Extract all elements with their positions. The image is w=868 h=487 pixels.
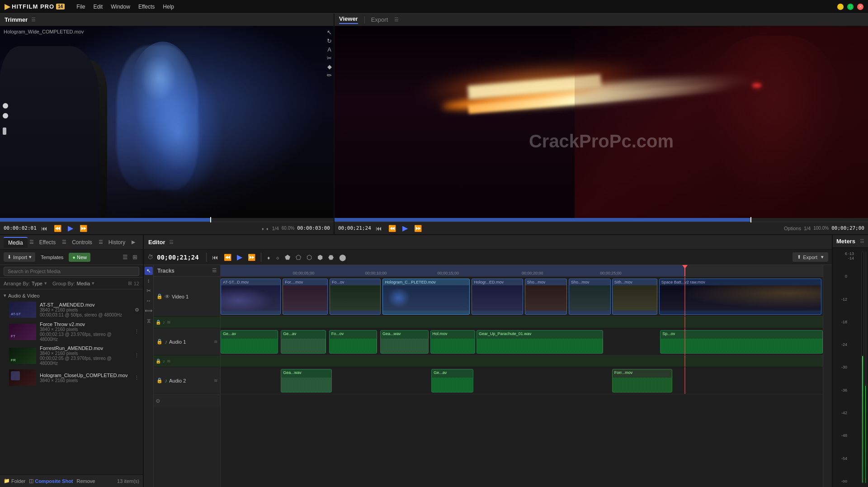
arrange-value[interactable]: Type [32,281,42,286]
ed-tool-3[interactable]: ⬟ [283,253,292,262]
audio2-clip-1[interactable]: Gea...wav [281,369,332,392]
section-chevron[interactable]: ▾ [4,293,6,298]
tl-razor-tool[interactable]: ✂ [145,287,153,295]
meters-menu-btn[interactable]: ☰ [860,238,864,244]
history-nav-btn[interactable]: ▶ [132,239,135,245]
tab-effects[interactable]: Effects [35,237,60,247]
main-quality[interactable]: 1/4 [804,226,811,231]
ed-tool-2[interactable]: ⬦ [274,253,281,262]
video-track-lock[interactable]: 🔒 [156,293,163,299]
timeline-tracks[interactable]: AT-ST...D.mov For....mov Fo...ov [221,277,823,487]
media-item-2[interactable]: FT Force Throw v2.mov 3840 × 2160 pixels… [0,320,143,344]
effects-menu-btn[interactable]: ☰ [62,239,66,245]
tl-cursor-tool[interactable]: ↖ [145,267,153,275]
main-scrub-bar[interactable] [335,218,868,222]
main-go-start[interactable]: ⏮ [374,224,384,233]
grid-view-btn[interactable]: ⊞ [131,253,139,261]
video-clip-3[interactable]: Fo...ov [330,279,381,315]
audio2-lock-btn[interactable]: 🔒 [156,359,161,364]
templates-button[interactable]: Templates [38,253,66,262]
video-clip-4[interactable]: Hologram_C...PLETED.mov [382,279,470,315]
tracks-menu-btn[interactable]: ☰ [212,268,217,274]
video-clip-7[interactable]: Sho...mov [569,279,611,315]
media-item-options-3[interactable]: ⋮ [134,353,139,359]
export-menu-dots[interactable]: ☰ [394,17,399,23]
rotate-tool[interactable]: ↻ [327,38,332,44]
video-clip-6[interactable]: Sho...mov [525,279,567,315]
remove-btn[interactable]: Remove [77,478,95,484]
ed-go-start[interactable]: ⏮ [210,253,220,262]
new-button[interactable]: ● New [69,253,90,262]
audio1-clip-3[interactable]: Fo...ov [329,330,377,354]
audio1-clip-1[interactable]: Ge...av [221,330,278,354]
audio1-lock[interactable]: 🔒 [156,339,163,345]
video-clip-8[interactable]: Sith...mov [612,279,657,315]
add-track-icon[interactable]: ⚙ [156,398,160,404]
export-tab[interactable]: Export [371,16,388,23]
editor-timecode[interactable]: 00;00;21;24 [157,254,199,261]
audio1-icon[interactable]: ♪ [165,339,167,345]
tab-controls[interactable]: Controls [67,237,97,247]
grid-count-icon[interactable]: ⊞ [128,280,132,286]
menu-window[interactable]: Window [107,2,134,11]
tl-select-tool[interactable]: ↕ [145,277,153,285]
group-value[interactable]: Media [76,281,90,286]
video-clip-1[interactable]: AT-ST...D.mov [221,279,281,315]
audio2-icon[interactable]: ♪ [165,378,167,384]
audio2-clip-2[interactable]: Ge...av [431,369,473,392]
ed-tool-5[interactable]: ⬡ [305,253,314,262]
ed-step-fwd[interactable]: ⏩ [246,253,257,262]
composite-shot-btn[interactable]: ◫ Composite Shot [29,478,73,484]
audio2-lock[interactable]: 🔒 [156,378,163,383]
audio1-clip-4[interactable]: Gea...wav [380,330,429,354]
tl-slide-tool[interactable]: ⟺ [145,307,153,315]
cut-tool[interactable]: ✂ [327,55,332,61]
import-dropdown-icon[interactable]: ▾ [29,254,32,260]
media-menu-btn[interactable]: ☰ [29,239,34,245]
media-item-3[interactable]: FR ForrestRun_AMENDED.mov 3840 × 2160 pi… [0,344,143,368]
ed-tool-7[interactable]: ⬣ [326,253,335,262]
media-item-4[interactable]: Hologram_CloseUp_COMPLETED.mov 3840 × 21… [0,368,143,388]
menu-help[interactable]: Help [159,2,178,11]
shape-tool[interactable]: ◆ [327,63,332,70]
ed-tool-4[interactable]: ⬠ [294,253,303,262]
play-pause-btn[interactable]: ▶ [66,223,75,233]
tab-history[interactable]: History [104,237,130,247]
step-fwd-btn[interactable]: ⏩ [78,224,89,233]
ed-play-pause[interactable]: ▶ [235,252,244,262]
media-item-options-1[interactable]: ⚙ [135,307,139,313]
quality-selector[interactable]: 1/4 [272,226,278,231]
list-view-btn[interactable]: ☰ [121,253,130,261]
ed-step-back[interactable]: ⏪ [222,253,233,262]
go-start-btn[interactable]: ⏮ [39,224,49,233]
close-button[interactable]: ✕ [857,4,863,10]
main-scrub-handle[interactable] [750,217,751,222]
scrub-handle[interactable] [210,217,211,222]
menu-edit[interactable]: Edit [90,2,107,11]
tl-slip-tool[interactable]: ↔ [145,297,153,305]
audio2-clip-3[interactable]: Forr...mov [612,369,672,392]
media-item-options-4[interactable]: ⋮ [134,375,139,381]
trimmer-scrub-bar[interactable] [0,218,334,222]
main-step-fwd[interactable]: ⏩ [412,224,424,233]
video-clip-9[interactable]: Space Batt...v2 raw.mov [659,279,822,315]
editor-menu-btn[interactable]: ☰ [169,239,174,245]
maximize-button[interactable]: □ [847,4,854,10]
ed-tool-1[interactable]: ⬧ [265,253,272,262]
minimize-button[interactable]: − [837,4,844,10]
ed-tool-6[interactable]: ⬢ [316,253,325,262]
options-btn[interactable]: Options [784,226,801,231]
audio1-clip-2[interactable]: Ge...av [281,330,326,354]
video-track-eye[interactable]: 👁 [165,293,170,300]
video-clip-2[interactable]: For....mov [283,279,328,315]
audio1-mute-btn[interactable]: ♪ [163,320,165,325]
arrange-dropdown[interactable]: ▾ [44,280,47,286]
export-button[interactable]: ⬆ Export ▾ [793,252,828,262]
timeline-ruler[interactable]: 00;00;05;00 00;00;10;00 00;00;15;00 00;0… [221,265,823,277]
step-back-btn[interactable]: ⏪ [52,224,63,233]
audio1-clip-6[interactable]: Gear_Up_Parachute_01.wav [476,330,603,354]
menu-file[interactable]: File [73,2,89,11]
controls-menu-btn[interactable]: ☰ [99,239,103,245]
group-dropdown[interactable]: ▾ [92,280,94,286]
zoom-selector[interactable]: 60.0% [282,226,294,231]
